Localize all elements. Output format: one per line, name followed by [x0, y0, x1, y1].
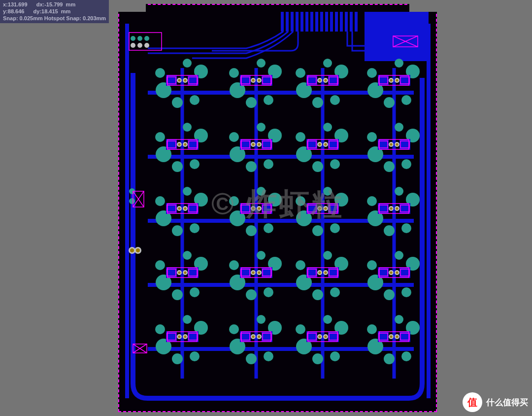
svg-point-345 [144, 36, 149, 41]
x-label: x: [3, 1, 8, 7]
svg-point-347 [137, 43, 142, 48]
svg-point-205 [396, 207, 398, 209]
site-badge: 值 什么值得买 [463, 392, 528, 412]
dx-label: dx: [36, 1, 45, 7]
svg-point-153 [183, 187, 192, 196]
svg-point-76 [401, 95, 411, 105]
svg-rect-3 [291, 12, 294, 32]
site-badge-label: 什么值得买 [486, 397, 528, 408]
svg-point-62 [296, 68, 305, 78]
svg-rect-12 [335, 12, 338, 32]
svg-point-47 [229, 68, 239, 78]
svg-point-270 [172, 353, 183, 364]
svg-point-323 [390, 335, 392, 338]
svg-point-317 [367, 324, 377, 334]
svg-point-228 [257, 251, 266, 260]
svg-point-344 [137, 36, 142, 41]
svg-point-166 [264, 223, 273, 233]
site-badge-icon: 值 [463, 392, 482, 412]
svg-point-33 [183, 59, 192, 68]
svg-point-212 [155, 260, 165, 270]
svg-point-32 [155, 68, 165, 78]
svg-point-315 [384, 353, 395, 364]
svg-point-250 [324, 271, 327, 274]
svg-point-273 [183, 315, 192, 324]
svg-point-302 [296, 324, 305, 334]
svg-rect-1 [281, 12, 284, 32]
svg-point-220 [184, 271, 186, 274]
svg-point-38 [178, 79, 180, 81]
svg-point-93 [183, 123, 192, 132]
svg-point-160 [184, 207, 186, 209]
svg-rect-9 [320, 12, 323, 32]
svg-point-107 [229, 132, 239, 142]
svg-point-288 [257, 315, 266, 324]
svg-rect-15 [350, 12, 353, 32]
dy-label: dy: [33, 8, 42, 14]
y-value: 88.646 [8, 8, 25, 14]
svg-point-295 [258, 335, 260, 338]
svg-point-31 [190, 95, 200, 105]
svg-point-158 [178, 207, 180, 209]
svg-point-293 [252, 335, 254, 338]
svg-point-167 [229, 196, 239, 206]
svg-point-150 [172, 225, 183, 236]
svg-point-316 [401, 351, 411, 361]
svg-point-227 [229, 260, 239, 270]
svg-point-85 [396, 79, 398, 81]
svg-point-121 [330, 159, 340, 169]
svg-point-63 [323, 59, 332, 68]
svg-point-68 [318, 79, 321, 81]
svg-point-105 [246, 161, 257, 172]
svg-rect-2 [286, 12, 289, 32]
svg-point-332 [130, 248, 134, 252]
svg-point-329 [129, 198, 135, 204]
svg-point-346 [131, 43, 135, 48]
svg-point-137 [367, 132, 377, 142]
svg-point-280 [184, 335, 186, 338]
svg-point-300 [312, 353, 323, 364]
svg-rect-11 [330, 12, 333, 32]
svg-point-258 [395, 251, 403, 260]
svg-point-265 [396, 271, 398, 274]
svg-point-75 [384, 97, 395, 108]
svg-rect-8 [315, 12, 318, 32]
pcb-canvas[interactable]: © 炸虾粒 [118, 4, 437, 412]
svg-point-287 [229, 324, 239, 334]
svg-point-143 [390, 143, 392, 145]
svg-point-55 [258, 79, 260, 81]
svg-point-301 [330, 351, 340, 361]
svg-rect-5 [300, 12, 303, 32]
svg-point-211 [190, 287, 200, 297]
y-label: y: [3, 8, 8, 14]
svg-point-100 [184, 143, 186, 145]
svg-point-92 [155, 132, 165, 142]
svg-point-241 [330, 287, 340, 297]
svg-rect-7 [310, 12, 313, 32]
svg-point-46 [264, 95, 273, 105]
svg-point-135 [384, 161, 395, 172]
svg-point-210 [172, 289, 183, 300]
svg-point-255 [384, 289, 395, 300]
svg-point-128 [318, 143, 321, 145]
dx-value: -15.799 [44, 1, 63, 7]
svg-point-286 [264, 351, 273, 361]
svg-point-233 [252, 271, 254, 274]
svg-point-272 [155, 324, 165, 334]
svg-point-173 [252, 207, 254, 209]
svg-point-256 [401, 287, 411, 297]
svg-point-303 [323, 315, 332, 324]
svg-point-152 [155, 196, 165, 206]
svg-rect-6 [305, 12, 308, 32]
svg-point-98 [178, 143, 180, 145]
svg-point-325 [396, 335, 398, 338]
svg-point-188 [318, 207, 321, 209]
svg-point-120 [312, 161, 323, 172]
svg-point-48 [257, 59, 266, 68]
svg-point-122 [296, 132, 305, 142]
dx-unit: mm [66, 1, 76, 7]
svg-point-318 [395, 315, 403, 324]
svg-point-138 [395, 123, 403, 132]
x-value: 131.699 [8, 1, 28, 7]
svg-point-106 [264, 159, 273, 169]
